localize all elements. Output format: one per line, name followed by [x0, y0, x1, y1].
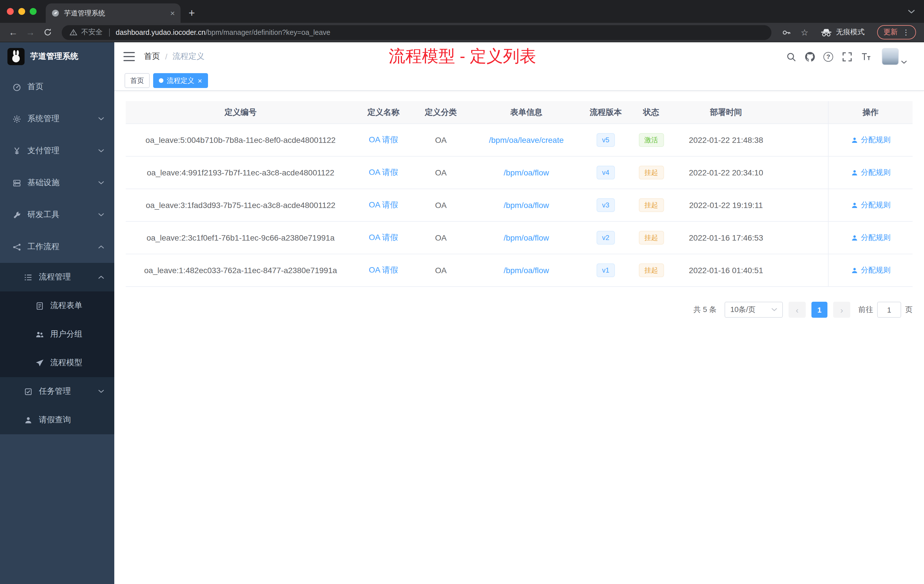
breadcrumb-home[interactable]: 首页 — [144, 51, 160, 62]
tag-home[interactable]: 首页 — [125, 73, 150, 88]
definition-name-link[interactable]: OA 请假 — [369, 167, 398, 178]
gear-icon — [12, 115, 22, 123]
definition-category: OA — [411, 222, 470, 254]
sidebar-item-workflow[interactable]: 工作流程 — [0, 231, 114, 263]
user-icon — [851, 201, 858, 209]
dashboard-icon — [12, 82, 22, 91]
main-area: 首页 / 流程定义 流程模型 - 定义列表 ? — [114, 42, 924, 584]
sidebar-item-label: 首页 — [27, 82, 43, 92]
font-size-icon[interactable] — [861, 51, 871, 62]
col-definition-id: 定义编号 — [126, 101, 355, 124]
browser-tab[interactable]: 芋道管理系统 × — [46, 3, 181, 23]
minimize-window-button[interactable] — [18, 8, 25, 15]
sidebar-item-user-group[interactable]: 用户分组 — [0, 320, 114, 348]
hamburger-icon[interactable] — [124, 52, 135, 61]
row-spacer — [779, 157, 828, 188]
user-avatar[interactable] — [882, 48, 907, 65]
browser-menu-icon[interactable]: ⋮ — [902, 28, 910, 36]
deploy-time: 2022-01-16 17:46:53 — [673, 222, 779, 254]
maximize-window-button[interactable] — [30, 8, 36, 15]
definition-name-link[interactable]: OA 请假 — [369, 135, 398, 145]
sidebar-item-payment[interactable]: 支付管理 — [0, 135, 114, 167]
row-spacer — [779, 222, 828, 254]
sidebar-item-process-model[interactable]: 流程模型 — [0, 348, 114, 377]
status-tag: 挂起 — [639, 198, 664, 212]
col-status: 状态 — [629, 101, 673, 124]
definition-name-link[interactable]: OA 请假 — [369, 233, 398, 243]
address-bar[interactable]: 不安全 dashboard.yudao.iocoder.cn/bpm/manag… — [62, 25, 771, 40]
definition-name-link[interactable]: OA 请假 — [369, 265, 398, 276]
sidebar-logo[interactable]: 芋道管理系统 — [0, 42, 114, 71]
definition-name-link[interactable]: OA 请假 — [369, 200, 398, 210]
reload-button[interactable] — [40, 25, 55, 40]
github-icon[interactable] — [805, 51, 815, 62]
sidebar: 芋道管理系统 首页 系统管理 支付管理 基础设施 研发工具 工作流程 流程管理 … — [0, 42, 114, 584]
status-tag: 挂起 — [639, 166, 664, 180]
sidebar-item-devtools[interactable]: 研发工具 — [0, 199, 114, 231]
back-button[interactable]: ← — [6, 25, 21, 40]
password-key-icon[interactable] — [781, 27, 792, 38]
definition-id: oa_leave:4:991f2193-7b7f-11ec-a3c8-acde4… — [126, 157, 355, 188]
sidebar-item-leave-query[interactable]: 请假查询 — [0, 406, 114, 434]
sidebar-item-task-management[interactable]: 任务管理 — [0, 377, 114, 406]
sidebar-item-home[interactable]: 首页 — [0, 71, 114, 103]
tag-close-icon[interactable]: × — [198, 77, 202, 84]
tab-close-icon[interactable]: × — [170, 9, 175, 17]
sidebar-item-system[interactable]: 系统管理 — [0, 103, 114, 135]
forward-button[interactable]: → — [23, 25, 38, 40]
form-info-link[interactable]: /bpm/oa/flow — [504, 233, 549, 242]
form-info-link[interactable]: /bpm/oa/flow — [504, 168, 549, 177]
form-info-link[interactable]: /bpm/oa/flow — [504, 266, 549, 275]
chrome-update-button[interactable]: 更新 ⋮ — [877, 25, 916, 40]
goto-suffix: 页 — [905, 305, 912, 315]
sidebar-item-label: 请假查询 — [39, 415, 71, 425]
row-spacer — [779, 124, 828, 156]
sidebar-item-label: 任务管理 — [39, 386, 71, 397]
col-deploy-time: 部署时间 — [673, 101, 779, 124]
next-page-button[interactable]: › — [833, 302, 850, 318]
row-spacer — [779, 254, 828, 286]
server-icon — [12, 178, 22, 187]
assign-rule-link[interactable]: 分配规则 — [851, 265, 891, 276]
assign-rule-link[interactable]: 分配规则 — [851, 167, 891, 178]
goto-page: 前往 页 — [858, 302, 912, 318]
prev-page-button[interactable]: ‹ — [789, 302, 806, 318]
table-body: oa_leave:5:004b710b-7b8a-11ec-8ef0-acde4… — [126, 124, 912, 287]
fullscreen-icon[interactable] — [842, 51, 852, 62]
search-icon[interactable] — [786, 51, 796, 62]
list-icon — [23, 273, 33, 281]
tab-search-icon[interactable] — [908, 6, 915, 16]
user-icon — [851, 267, 858, 274]
page-goto-input[interactable] — [877, 302, 901, 318]
bookmark-star-icon[interactable]: ☆ — [799, 27, 810, 38]
group-icon — [34, 330, 45, 338]
page-size-select[interactable]: 10条/页 — [724, 302, 783, 318]
chevron-up-icon — [98, 245, 104, 249]
close-window-button[interactable] — [7, 8, 14, 15]
form-info-link[interactable]: /bpm/oa/flow — [504, 201, 549, 210]
goto-prefix: 前往 — [858, 305, 873, 315]
help-icon[interactable]: ? — [823, 52, 833, 61]
breadcrumb-separator: / — [165, 52, 167, 61]
form-info-link[interactable]: /bpm/oa/leave/create — [489, 135, 564, 145]
sidebar-item-process-form[interactable]: 流程表单 — [0, 292, 114, 320]
url-text: dashboard.yudao.iocoder.cn/bpm/manager/d… — [116, 28, 330, 36]
workflow-icon — [12, 243, 22, 251]
tool-icon — [12, 211, 22, 219]
sidebar-item-label: 流程模型 — [50, 358, 82, 368]
assign-rule-link[interactable]: 分配规则 — [851, 135, 891, 145]
col-form-info: 表单信息 — [470, 101, 582, 124]
sidebar-item-infrastructure[interactable]: 基础设施 — [0, 167, 114, 199]
current-page-button[interactable]: 1 — [812, 302, 827, 318]
sidebar-item-label: 支付管理 — [27, 146, 59, 156]
deploy-time: 2022-01-16 01:40:51 — [673, 254, 779, 286]
chevron-down-icon — [98, 117, 104, 120]
sidebar-item-label: 用户分组 — [50, 329, 82, 340]
caret-down-icon — [901, 61, 907, 64]
new-tab-button[interactable]: + — [181, 3, 203, 23]
tag-process-definition[interactable]: 流程定义 × — [153, 73, 208, 88]
assign-rule-link[interactable]: 分配规则 — [851, 233, 891, 243]
user-icon — [851, 234, 858, 241]
sidebar-item-process-management[interactable]: 流程管理 — [0, 263, 114, 292]
assign-rule-link[interactable]: 分配规则 — [851, 200, 891, 210]
